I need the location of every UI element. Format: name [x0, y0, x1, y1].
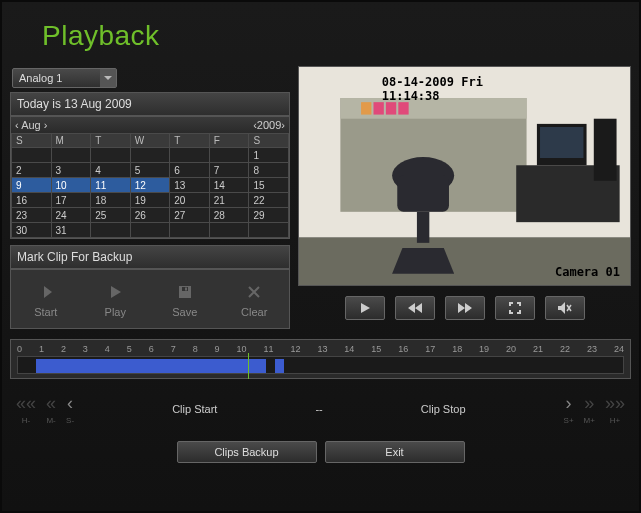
- clip-clear-button[interactable]: Clear: [220, 270, 290, 328]
- calendar-day[interactable]: 13: [170, 178, 210, 193]
- calendar-day[interactable]: 9: [12, 178, 52, 193]
- play-icon: [107, 280, 123, 304]
- play-button[interactable]: [345, 296, 385, 320]
- clip-clear-label: Clear: [241, 306, 267, 318]
- timeline-hour-tick: 22: [560, 344, 570, 354]
- timeline-segment[interactable]: [36, 359, 266, 373]
- exit-button[interactable]: Exit: [325, 441, 465, 463]
- close-icon: [247, 280, 261, 304]
- fullscreen-button[interactable]: [495, 296, 535, 320]
- clip-save-button[interactable]: Save: [150, 270, 220, 328]
- video-timestamp: 08-14-2009 Fri 11:14:38: [382, 75, 548, 103]
- svg-rect-16: [397, 176, 449, 212]
- calendar-day: [170, 223, 210, 238]
- calendar-day[interactable]: 22: [249, 193, 289, 208]
- calendar-day[interactable]: 17: [51, 193, 91, 208]
- calendar-month: Aug: [21, 119, 41, 131]
- channel-select[interactable]: Analog 1: [12, 68, 117, 88]
- page-title: Playback: [2, 2, 639, 66]
- calendar-day[interactable]: 11: [91, 178, 131, 193]
- calendar-day[interactable]: 20: [170, 193, 210, 208]
- hour-plus-button[interactable]: »»H+: [605, 393, 625, 425]
- svg-rect-17: [417, 212, 429, 243]
- calendar-day[interactable]: 31: [51, 223, 91, 238]
- calendar-day[interactable]: 5: [130, 163, 170, 178]
- calendar-day[interactable]: 18: [91, 193, 131, 208]
- forward-icon: [458, 303, 472, 313]
- calendar-day[interactable]: 21: [209, 193, 249, 208]
- timeline-hour-tick: 8: [193, 344, 198, 354]
- year-next-button[interactable]: ›: [281, 119, 285, 131]
- calendar-day: [12, 148, 52, 163]
- forward-button[interactable]: [445, 296, 485, 320]
- timeline-hour-tick: 3: [83, 344, 88, 354]
- rewind-button[interactable]: [395, 296, 435, 320]
- calendar-day[interactable]: 25: [91, 208, 131, 223]
- calendar-weekday: M: [51, 134, 91, 148]
- calendar-day[interactable]: 12: [130, 178, 170, 193]
- calendar-day[interactable]: 30: [12, 223, 52, 238]
- calendar-day[interactable]: 29: [249, 208, 289, 223]
- calendar-day: [209, 223, 249, 238]
- calendar-day[interactable]: 6: [170, 163, 210, 178]
- timeline-hour-tick: 17: [425, 344, 435, 354]
- calendar-day: [130, 148, 170, 163]
- timeline-segment[interactable]: [275, 359, 284, 373]
- calendar-day[interactable]: 28: [209, 208, 249, 223]
- minute-plus-button[interactable]: »M+: [584, 393, 595, 425]
- minute-minus-button[interactable]: «M-: [46, 393, 56, 425]
- calendar-day: [91, 148, 131, 163]
- save-icon: [177, 280, 193, 304]
- calendar-day[interactable]: 27: [170, 208, 210, 223]
- fullscreen-icon: [509, 302, 521, 314]
- calendar-day[interactable]: 26: [130, 208, 170, 223]
- playback-window: Playback Analog 1 Today is 13 Aug 2009 ‹…: [0, 0, 641, 513]
- clip-start-icon: [38, 280, 54, 304]
- timeline-track[interactable]: [17, 356, 624, 374]
- today-label: Today is 13 Aug 2009: [10, 92, 290, 116]
- second-plus-button[interactable]: ›S+: [564, 393, 574, 425]
- clip-stop-label: Clip Stop: [421, 403, 466, 415]
- calendar-year: 2009: [257, 119, 281, 131]
- timeline-hour-tick: 14: [344, 344, 354, 354]
- timeline-hour-tick: 6: [149, 344, 154, 354]
- clips-backup-button[interactable]: Clips Backup: [177, 441, 317, 463]
- month-prev-button[interactable]: ‹: [15, 119, 19, 131]
- clip-play-button[interactable]: Play: [81, 270, 151, 328]
- timeline-hour-tick: 16: [398, 344, 408, 354]
- timeline-hour-tick: 20: [506, 344, 516, 354]
- calendar-day: [91, 223, 131, 238]
- chevron-down-icon: [100, 69, 116, 87]
- timeline-hour-tick: 10: [237, 344, 247, 354]
- timeline[interactable]: 0123456789101112131415161718192021222324: [10, 339, 631, 379]
- calendar-weekday: S: [12, 134, 52, 148]
- svg-rect-14: [594, 119, 617, 181]
- calendar-day[interactable]: 15: [249, 178, 289, 193]
- calendar-day: [51, 148, 91, 163]
- calendar-day[interactable]: 10: [51, 178, 91, 193]
- second-minus-button[interactable]: ‹S-: [66, 393, 74, 425]
- clip-start-button[interactable]: Start: [11, 270, 81, 328]
- calendar-weekday: W: [130, 134, 170, 148]
- timeline-cursor[interactable]: [248, 353, 249, 379]
- calendar-weekday: T: [170, 134, 210, 148]
- hour-minus-button[interactable]: ««H-: [16, 393, 36, 425]
- month-next-button[interactable]: ›: [44, 119, 48, 131]
- mute-button[interactable]: [545, 296, 585, 320]
- mark-clip-title: Mark Clip For Backup: [10, 245, 290, 269]
- calendar-day[interactable]: 24: [51, 208, 91, 223]
- calendar-day[interactable]: 1: [249, 148, 289, 163]
- svg-rect-7: [361, 102, 371, 114]
- calendar-day[interactable]: 3: [51, 163, 91, 178]
- calendar-day[interactable]: 19: [130, 193, 170, 208]
- calendar-day[interactable]: 2: [12, 163, 52, 178]
- timeline-hour-tick: 4: [105, 344, 110, 354]
- calendar-day[interactable]: 23: [12, 208, 52, 223]
- svg-rect-2: [185, 288, 187, 291]
- clip-start-label: Start: [34, 306, 57, 318]
- calendar-day[interactable]: 14: [209, 178, 249, 193]
- calendar-day[interactable]: 8: [249, 163, 289, 178]
- calendar-day[interactable]: 7: [209, 163, 249, 178]
- calendar-day[interactable]: 4: [91, 163, 131, 178]
- calendar-day[interactable]: 16: [12, 193, 52, 208]
